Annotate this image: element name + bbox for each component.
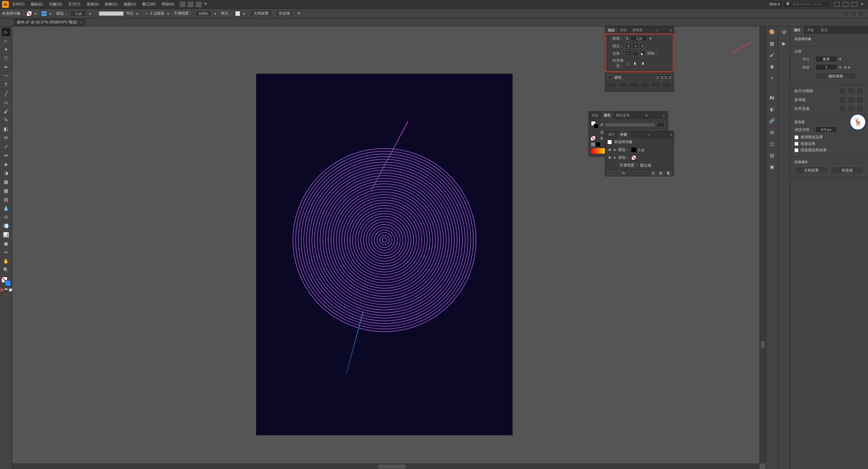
join-bevel-icon[interactable]: ◣ xyxy=(639,51,645,56)
curvature-tool[interactable]: 〰 xyxy=(2,72,10,80)
selection-tool[interactable]: ▷ xyxy=(2,28,10,36)
symbol-sprayer-tool[interactable]: 💨 xyxy=(2,222,10,230)
opacity-dd-icon[interactable] xyxy=(214,12,218,16)
options-extra-1[interactable] xyxy=(843,11,849,17)
type-tool[interactable]: T xyxy=(2,81,10,89)
weight-dd-icon[interactable]: ▾ xyxy=(650,36,652,41)
brush-label[interactable]: 3 点圆形 xyxy=(150,11,164,16)
opacity-input[interactable]: 100% xyxy=(195,11,212,17)
appearance-props-tab[interactable]: 属性 xyxy=(605,131,617,138)
artboard-prev-icon[interactable]: ◀ xyxy=(843,65,846,70)
use-preview-bounds-checkbox[interactable] xyxy=(794,135,798,139)
zoom-tool[interactable]: 🔍 xyxy=(2,266,10,274)
stroke-weight-input[interactable]: 2 pt xyxy=(70,11,86,17)
perspective-tool[interactable]: ▦ xyxy=(2,178,10,186)
join-round-icon[interactable]: ⌒ xyxy=(632,51,638,56)
lasso-tool[interactable]: ➰ xyxy=(2,54,10,62)
shape-builder-tool[interactable]: ◑ xyxy=(2,169,10,177)
width-tool[interactable]: ⇔ xyxy=(2,151,10,159)
document-tab-close-icon[interactable]: × xyxy=(80,20,82,24)
menu-view[interactable]: 视图(V) xyxy=(121,0,139,8)
appearance-fill-swatch[interactable] xyxy=(631,155,636,160)
arrange-icon[interactable] xyxy=(196,2,201,7)
style-swatch[interactable] xyxy=(235,11,240,16)
snap-pixel-icon[interactable] xyxy=(839,105,846,112)
slice-tool[interactable]: ✂ xyxy=(2,248,10,256)
panel-collapse-icon[interactable]: ▾ xyxy=(644,113,650,118)
stock-icon[interactable] xyxy=(188,2,193,7)
key-increment-input[interactable]: 0.5 px xyxy=(815,126,837,133)
profile-dd-icon[interactable] xyxy=(136,12,140,16)
document-tab[interactable]: 曲奇.ai* @ 66.67% (RGB/GPU 预览) × xyxy=(14,19,86,26)
dock-brushes-icon[interactable]: 🖌 xyxy=(769,52,775,58)
panel-menu-icon[interactable]: ≡ xyxy=(661,113,667,117)
cap-projecting-icon[interactable]: ⊐ xyxy=(639,43,645,48)
prefs-button[interactable]: 首选项 xyxy=(275,10,294,17)
edit-artboards-button[interactable]: 编辑画板 xyxy=(815,72,856,80)
free-transform-tool[interactable]: ◈ xyxy=(2,160,10,168)
shaper-tool[interactable]: ✎ xyxy=(2,116,10,124)
cap-butt-icon[interactable]: ⊏ xyxy=(626,43,632,48)
window-close-icon[interactable]: ✕ xyxy=(861,2,866,7)
join-miter-icon[interactable]: ⌐ xyxy=(626,51,632,56)
horizontal-scrollbar[interactable] xyxy=(12,464,760,469)
r-slider[interactable] xyxy=(605,123,655,126)
menu-help[interactable]: 帮助(H) xyxy=(159,0,177,8)
ruler-icon[interactable] xyxy=(839,87,846,94)
artboard-dd-icon[interactable]: ▾ xyxy=(839,65,841,70)
pen-tool[interactable]: ✒ xyxy=(2,63,10,71)
menu-file[interactable]: 文件(F) xyxy=(9,0,27,8)
artboard-select[interactable]: 1 xyxy=(815,64,837,70)
gradient-tool[interactable]: ▤ xyxy=(2,195,10,203)
window-maximize-icon[interactable] xyxy=(852,2,857,7)
appearance-opacity-value[interactable]: 默认值 xyxy=(640,163,651,168)
stroke-menu-icon[interactable]: ≡ xyxy=(668,28,674,32)
magic-wand-tool[interactable]: ✦ xyxy=(2,45,10,54)
dock-asset-icon[interactable]: ▤ xyxy=(769,152,775,159)
menu-window[interactable]: 窗口(W) xyxy=(139,0,158,8)
dock-properties-icon[interactable]: ⊞ xyxy=(781,28,788,35)
scale-tool[interactable]: ⤢ xyxy=(2,142,10,151)
appearance-stroke-value[interactable]: 2 pt xyxy=(638,148,644,152)
last-color-icon[interactable] xyxy=(591,142,595,146)
transparency-tab[interactable]: 透明度 xyxy=(630,27,645,34)
none-color-icon[interactable] xyxy=(591,136,595,140)
appearance-clear-icon[interactable]: ⊘ xyxy=(651,171,657,175)
fill-stroke-swatches[interactable] xyxy=(1,277,11,286)
stroke-weight-dd-icon[interactable] xyxy=(89,12,93,16)
align-outside-icon[interactable]: ◨ xyxy=(639,60,645,66)
eraser-tool[interactable]: ◧ xyxy=(2,125,10,133)
dock-pathfinder-icon[interactable]: ◫ xyxy=(769,140,775,147)
appearance-menu-icon[interactable]: ≡ xyxy=(668,133,674,137)
options-extra-3[interactable] xyxy=(858,11,864,17)
vertical-scrollbar[interactable] xyxy=(760,26,766,464)
canvas-area[interactable]: 色板 颜色 颜色参考 ▾ ≡ R G xyxy=(12,26,766,469)
scale-strokes-checkbox[interactable] xyxy=(794,148,798,152)
units-select[interactable]: 像素 xyxy=(815,56,837,62)
style-dd-icon[interactable] xyxy=(243,12,247,16)
guides-lock-icon[interactable] xyxy=(848,96,855,103)
window-minimize-icon[interactable] xyxy=(834,2,840,7)
appearance-collapse-icon[interactable]: « xyxy=(646,133,652,137)
dock-color-icon[interactable]: 🎨 xyxy=(769,28,775,35)
stroke-tab[interactable]: 描边 xyxy=(605,27,617,34)
qa-doc-setup-button[interactable]: 文档设置 xyxy=(794,167,828,174)
bridge-icon[interactable] xyxy=(180,2,185,7)
align-center-icon[interactable]: ◫ xyxy=(626,60,632,66)
dock-actions-icon[interactable]: ▶ xyxy=(781,40,788,47)
qa-prefs-button[interactable]: 首选项 xyxy=(830,167,864,174)
appearance-dup-icon[interactable]: ⊞ xyxy=(659,171,664,175)
guides-show-icon[interactable] xyxy=(839,96,846,103)
grid-icon[interactable] xyxy=(848,87,855,94)
rectangle-tool[interactable]: ▭ xyxy=(2,98,10,106)
color-guide-tab[interactable]: 颜色参考 xyxy=(613,112,632,119)
snap-grid-icon[interactable] xyxy=(856,105,864,112)
stock-search-input[interactable]: 🔍搜索 Adobe Stock xyxy=(783,1,831,7)
stroke-dropdown-icon[interactable] xyxy=(50,12,54,16)
appearance-add-stroke-icon[interactable] xyxy=(615,171,620,175)
dock-stroke-icon[interactable]: ≡ xyxy=(769,75,775,81)
snap-point-icon[interactable] xyxy=(848,105,855,112)
dock-align-icon[interactable]: ⊞ xyxy=(769,129,775,136)
artboard-next-icon[interactable]: ▶ xyxy=(848,65,851,70)
stroke-collapse-icon[interactable]: « xyxy=(654,28,659,32)
